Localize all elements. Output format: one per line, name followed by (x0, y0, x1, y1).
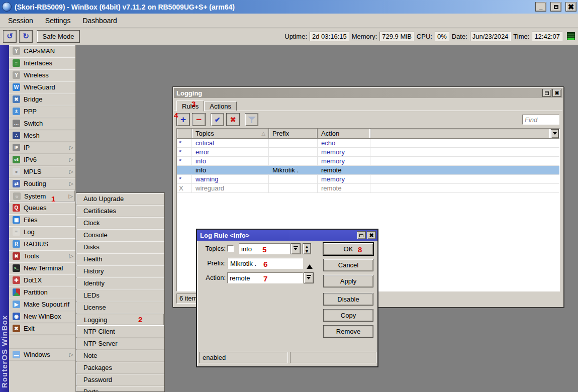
undo-button[interactable]: ↺ (3, 30, 17, 43)
uptime-value: 2d 03:16:15 (310, 32, 349, 41)
submenu-arrow-icon: ▷ (69, 193, 73, 200)
safe-mode-button[interactable]: Safe Mode (37, 30, 80, 43)
system-menu-auto-upgrade[interactable]: Auto Upgrade (76, 193, 164, 205)
remove-rule-button[interactable]: − (192, 113, 206, 126)
close-button[interactable]: ✖ (565, 2, 576, 12)
sidebar-item-ppp[interactable]: ± PPP (9, 106, 75, 118)
disable-rule-button[interactable]: ✖ (226, 113, 240, 126)
sidebar-item-routing[interactable]: ⇄ Routing ▷ (9, 178, 75, 190)
sidebar-item-files[interactable]: ▣ Files (9, 214, 75, 226)
sidebar-item-mpls[interactable]: ● MPLS ▷ (9, 166, 75, 178)
system-menu-health[interactable]: Health (76, 253, 164, 265)
sidebar-item-interfaces[interactable]: ≡ Interfaces (9, 57, 75, 69)
menu-settings[interactable]: Settings (39, 15, 77, 27)
dropdown-bar-icon (294, 246, 298, 247)
system-menu-history[interactable]: History (76, 265, 164, 277)
system-menu-disks[interactable]: Disks (76, 241, 164, 253)
sidebar-item-system[interactable]: ☼ System ▷ (9, 190, 75, 202)
tab-rules[interactable]: Rules (176, 101, 204, 112)
system-menu-license[interactable]: License (76, 302, 164, 314)
sidebar-item-switch[interactable]: … Switch (9, 118, 75, 130)
column-chooser[interactable] (550, 129, 559, 138)
sidebar-item-bridge[interactable]: ✖ Bridge (9, 93, 75, 106)
sidebar-item-new-winbox[interactable]: ◉ New WinBox (9, 311, 75, 323)
log-rule-dialog: Log Rule <info> ✖ Topics: ▲ ▼ Prefix: Ac… (196, 229, 378, 367)
column-action[interactable]: Action (318, 129, 370, 138)
system-menu-certificates[interactable]: Certificates (76, 205, 164, 217)
table-row-disabled[interactable]: X wireguard remote (177, 184, 559, 193)
row-filler (370, 184, 559, 192)
action-dropdown-button[interactable] (304, 272, 314, 283)
system-menu-clock[interactable]: Clock (76, 217, 164, 229)
topics-spinner[interactable]: ▲ ▼ (303, 243, 311, 254)
sidebar-item-ip[interactable]: IP IP ▷ (9, 142, 75, 154)
logging-titlebar: Logging ✖ (174, 88, 562, 98)
switch-icon: … (13, 120, 20, 127)
table-row[interactable]: * info memory (177, 157, 559, 166)
sidebar-item-wireguard[interactable]: W WireGuard (9, 81, 75, 93)
ipv6-icon: v6 (13, 156, 20, 163)
system-menu-ports[interactable]: Ports (76, 386, 164, 392)
sidebar-item-windows[interactable]: ▬ Windows ▷ (9, 349, 75, 361)
remove-button[interactable]: Remove (323, 325, 373, 338)
system-menu-ntp-client[interactable]: NTP Client (76, 326, 164, 338)
mpls-icon: ● (13, 168, 20, 175)
system-menu-logging[interactable]: Logging (76, 314, 164, 326)
menu-session[interactable]: Session (2, 15, 39, 27)
system-menu-console[interactable]: Console (76, 229, 164, 241)
system-menu-identity[interactable]: Identity (76, 277, 164, 289)
sidebar-item-dot1x[interactable]: ✚ Dot1X (9, 274, 75, 286)
tab-actions[interactable]: Actions (204, 102, 237, 111)
sidebar-item-tools[interactable]: ✖ Tools ▷ (9, 250, 75, 262)
logging-maximize-button[interactable] (542, 89, 551, 97)
disable-button[interactable]: Disable (323, 293, 373, 306)
sidebar-item-partition[interactable]: Partition (9, 286, 75, 299)
enable-rule-button[interactable]: ✔ (211, 113, 224, 126)
find-input[interactable] (522, 115, 559, 125)
sidebar-item-new-terminal[interactable]: >_ New Terminal (9, 262, 75, 274)
add-rule-button[interactable]: + (176, 113, 190, 126)
prefix-label: Prefix: (198, 258, 226, 269)
system-menu-password[interactable]: Password (76, 374, 164, 386)
redo-button[interactable]: ↻ (19, 30, 33, 43)
system-menu-ntp-server[interactable]: NTP Server (76, 338, 164, 350)
filter-funnel-icon (248, 116, 256, 124)
table-row-selected[interactable]: info Mikrotik . remote (177, 166, 559, 175)
sidebar-item-exit[interactable]: ✖ Exit (9, 323, 75, 335)
sidebar-item-log[interactable]: ≡ Log (9, 226, 75, 238)
table-row[interactable]: * error memory (177, 148, 559, 157)
sidebar-item-make-supout[interactable]: ▶ Make Supout.rif (9, 299, 75, 311)
table-row[interactable]: * warning memory (177, 175, 559, 184)
apply-button[interactable]: Apply (323, 275, 373, 287)
system-menu-note[interactable]: Note (76, 350, 164, 362)
ok-button[interactable]: OK (323, 243, 373, 255)
sidebar-item-capsman[interactable]: Y CAPsMAN (9, 45, 75, 57)
sidebar-item-queues[interactable]: Q Queues (9, 202, 75, 214)
sidebar-item-wireless[interactable]: Y Wireless (9, 69, 75, 81)
dialog-close-button[interactable]: ✖ (367, 231, 376, 239)
menu-dashboard[interactable]: Dashboard (76, 15, 123, 27)
sort-ascending-icon: △ (261, 131, 265, 136)
table-row[interactable]: * critical echo (177, 139, 559, 148)
column-topics[interactable]: Topics△ (192, 129, 269, 138)
sidebar-item-radius[interactable]: R RADIUS (9, 238, 75, 250)
topics-checkbox[interactable] (227, 245, 234, 252)
system-menu-leds[interactable]: LEDs (76, 289, 164, 302)
topics-dropdown-button[interactable] (291, 243, 301, 254)
ppp-icon: ± (13, 108, 20, 115)
dialog-maximize-button[interactable] (357, 231, 366, 239)
system-menu-packages[interactable]: Packages (76, 362, 164, 374)
winbox-icon: ◉ (13, 313, 20, 320)
logging-close-button[interactable]: ✖ (552, 89, 561, 97)
column-prefix[interactable]: Prefix (269, 129, 318, 138)
maximize-icon (554, 5, 558, 9)
cancel-button[interactable]: Cancel (323, 259, 373, 271)
column-flags[interactable] (177, 129, 192, 138)
collapse-up-icon[interactable] (307, 261, 313, 269)
filter-button[interactable] (245, 113, 258, 126)
sidebar-item-ipv6[interactable]: v6 IPv6 ▷ (9, 154, 75, 166)
maximize-button[interactable] (550, 2, 561, 12)
minimize-button[interactable]: _ (535, 2, 546, 12)
copy-button[interactable]: Copy (323, 309, 373, 322)
sidebar-item-mesh[interactable]: ∴ Mesh (9, 130, 75, 142)
